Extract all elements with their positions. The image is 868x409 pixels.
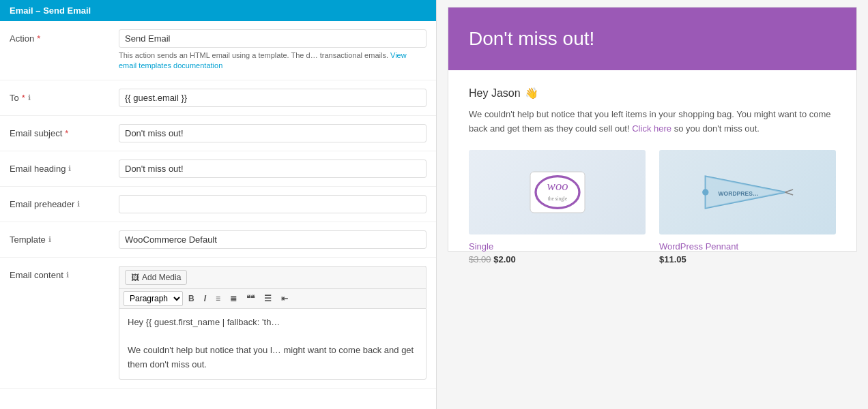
svg-point-7 bbox=[702, 189, 708, 195]
action-row: Action * This action sends an HTML email… bbox=[0, 21, 436, 80]
product-2-name[interactable]: WordPress Pennant bbox=[659, 241, 836, 252]
heading-row: Email heading ℹ bbox=[0, 151, 436, 187]
action-desc: This action sends an HTML email using a … bbox=[119, 50, 426, 72]
required-marker: * bbox=[37, 33, 40, 44]
editor-toolbar: Paragraph B I ≡ ≣ ❝❝ ☰ ⇤ bbox=[119, 288, 426, 308]
email-preview: Don't miss out! Hey Jason 👋 We couldn't … bbox=[448, 7, 857, 252]
content-help-icon[interactable]: ℹ bbox=[66, 271, 69, 279]
left-panel: Email – Send Email Action * This action … bbox=[0, 0, 437, 409]
product-grid: woo the single Single $3.00 $2.00 bbox=[469, 150, 836, 234]
subject-label: Email subject * bbox=[10, 124, 119, 138]
wordpress-pennant-svg: WORDPRES… bbox=[700, 165, 796, 219]
content-label: Email content ℹ bbox=[10, 266, 119, 280]
add-media-button[interactable]: 🖼 Add Media bbox=[125, 270, 187, 285]
add-media-icon: 🖼 bbox=[131, 273, 139, 282]
product-item-1: woo the single Single $3.00 $2.00 bbox=[469, 150, 646, 234]
action-control: This action sends an HTML email using a … bbox=[119, 29, 426, 72]
editor-content[interactable]: Hey {{ guest.first_name | fallback: 'th…… bbox=[119, 308, 426, 380]
ordered-list-button[interactable]: ≣ bbox=[226, 292, 241, 305]
required-marker-subject: * bbox=[65, 128, 68, 138]
blockquote-button[interactable]: ❝❝ bbox=[242, 292, 259, 305]
required-marker-to: * bbox=[22, 93, 25, 103]
template-row: Template ℹ bbox=[0, 222, 436, 258]
content-control: 🖼 Add Media Paragraph B I ≡ ≣ ❝❝ ☰ ⇤ bbox=[119, 266, 426, 380]
product-1-prices: $3.00 $2.00 bbox=[469, 254, 646, 264]
svg-line-9 bbox=[785, 192, 793, 195]
product-2-price: $11.05 bbox=[659, 254, 686, 264]
product-1-name[interactable]: Single bbox=[469, 241, 646, 252]
template-control bbox=[119, 230, 426, 249]
product-2-prices: $11.05 bbox=[659, 254, 836, 264]
paragraph-select[interactable]: Paragraph bbox=[124, 291, 183, 306]
wave-emoji: 👋 bbox=[525, 87, 538, 100]
to-help-icon[interactable]: ℹ bbox=[28, 93, 31, 102]
preheader-input[interactable] bbox=[119, 195, 426, 213]
to-control bbox=[119, 89, 426, 107]
heading-label: Email heading ℹ bbox=[10, 160, 119, 174]
subject-control bbox=[119, 124, 426, 142]
email-body-text: We couldn't help but notice that you lef… bbox=[469, 108, 836, 136]
bold-button[interactable]: B bbox=[184, 292, 199, 305]
template-label: Template ℹ bbox=[10, 230, 119, 245]
subject-input[interactable] bbox=[119, 124, 426, 142]
to-row: To * ℹ bbox=[0, 80, 436, 116]
unordered-list-button[interactable]: ≡ bbox=[212, 292, 225, 305]
panel-header: Email – Send Email bbox=[0, 0, 436, 21]
to-label: To * ℹ bbox=[10, 89, 119, 103]
action-label: Action * bbox=[10, 29, 119, 44]
add-media-bar: 🖼 Add Media bbox=[119, 266, 426, 288]
email-banner-title: Don't miss out! bbox=[469, 28, 836, 50]
product-1-image: woo the single bbox=[469, 150, 646, 234]
svg-text:the single: the single bbox=[547, 196, 566, 202]
heading-control bbox=[119, 160, 426, 178]
template-help-icon[interactable]: ℹ bbox=[48, 235, 51, 244]
subject-row: Email subject * bbox=[0, 116, 436, 151]
svg-text:woo: woo bbox=[547, 178, 568, 192]
preheader-label: Email preheader ℹ bbox=[10, 195, 119, 209]
align-button[interactable]: ☰ bbox=[260, 292, 276, 305]
svg-text:WORDPRES…: WORDPRES… bbox=[718, 190, 758, 196]
heading-input[interactable] bbox=[119, 160, 426, 178]
email-body: Hey Jason 👋 We couldn't help but notice … bbox=[448, 70, 856, 251]
to-input[interactable] bbox=[119, 89, 426, 107]
preheader-control bbox=[119, 195, 426, 213]
preheader-row: Email preheader ℹ bbox=[0, 187, 436, 222]
product-1-price-old: $3.00 bbox=[469, 254, 491, 264]
form-body: Action * This action sends an HTML email… bbox=[0, 21, 436, 409]
editor-line-1: Hey {{ guest.first_name | fallback: 'th… bbox=[128, 316, 418, 330]
product-1-price-new: $2.00 bbox=[493, 254, 516, 264]
right-panel: Don't miss out! Hey Jason 👋 We couldn't … bbox=[437, 0, 868, 409]
preheader-help-icon[interactable]: ℹ bbox=[77, 200, 80, 209]
click-here-link[interactable]: Click here bbox=[632, 123, 671, 134]
product-item-2: WORDPRES… WordPress Pennant $11.05 bbox=[659, 150, 836, 234]
editor-line-2: We couldn't help but notice that you l… … bbox=[128, 344, 418, 372]
email-greeting: Hey Jason 👋 bbox=[469, 87, 836, 100]
content-row: Email content ℹ 🖼 Add Media Paragraph B … bbox=[0, 258, 436, 389]
panel-title: Email – Send Email bbox=[10, 5, 91, 16]
email-banner: Don't miss out! bbox=[448, 7, 856, 70]
action-input[interactable] bbox=[119, 29, 426, 48]
template-input[interactable] bbox=[119, 230, 426, 249]
woo-logo-svg: woo the single bbox=[517, 165, 598, 219]
heading-help-icon[interactable]: ℹ bbox=[68, 164, 71, 173]
product-2-image: WORDPRES… bbox=[659, 150, 836, 234]
italic-button[interactable]: I bbox=[200, 292, 210, 305]
outdent-button[interactable]: ⇤ bbox=[277, 292, 292, 305]
svg-line-8 bbox=[785, 190, 793, 192]
